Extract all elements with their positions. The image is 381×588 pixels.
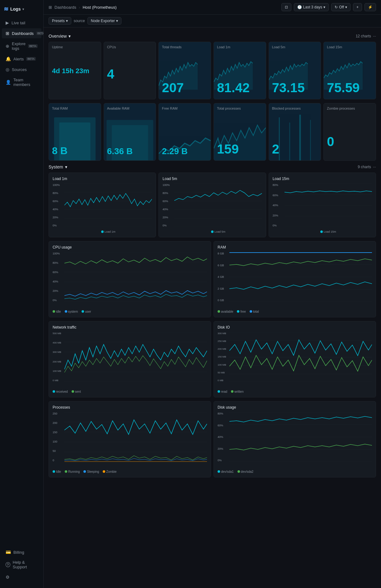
alerts-icon: 🔔 [6, 56, 11, 61]
system-title[interactable]: System ▾ [49, 164, 67, 169]
overview-title-text: Overview [49, 34, 67, 39]
sidebar-label-billing: Billing [13, 550, 24, 555]
load-15m-svg-wrap [285, 183, 372, 227]
disk-usage-area: 80%60%40%20%0% [218, 412, 372, 468]
load-5m-chart-card: Load 5m 100%80%60%40%20%0% [158, 173, 266, 237]
cpu-svg [64, 252, 207, 302]
breadcrumb-current: Host (Prometheus) [82, 5, 116, 10]
chevron-down-icon: ▾ [116, 19, 118, 23]
metric-card-load-5m: Load 5m 73.15 [269, 42, 321, 99]
load-1m-legend-dot [101, 230, 104, 233]
metric-card-total-ram: Total RAM 8 B [49, 103, 101, 161]
cpu-legend: idle system user [53, 310, 207, 313]
total-processes-label: Total processes [217, 107, 263, 110]
app-logo: ≋ Logs ▾ [0, 3, 43, 17]
add-btn[interactable]: + [353, 3, 362, 11]
refresh-btn[interactable]: ↻ Off ▾ [331, 3, 350, 11]
processes-idle-legend: Idle [53, 470, 61, 473]
disk-usage-legend: dev/sda1 dev/sda2 [218, 470, 372, 473]
sidebar-label-dashboards: Dashboards [12, 31, 34, 36]
toolbar: Presets ▾ source Node Exporter ▾ [44, 15, 381, 27]
network-svg [64, 332, 207, 382]
processes-area: 250200150100500 [53, 412, 207, 468]
sidebar-item-help-support[interactable]: ? Help & Support [2, 557, 41, 572]
load-5m-chart-title: Load 5m [162, 177, 262, 181]
main-content: ⊞ Dashboards › Host (Prometheus) ⊡ 🕐 Las… [44, 0, 381, 588]
load-5m-label: Load 5m [272, 45, 318, 49]
more-btn[interactable]: ⚡ [365, 3, 376, 11]
load-1m-chart-card: Load 1m 100%80%60%40%20%0% [49, 173, 156, 237]
load-5m-svg-wrap [174, 183, 262, 227]
sidebar-item-sources[interactable]: ◎ Sources [2, 64, 41, 74]
source-btn[interactable]: Node Exporter ▾ [87, 17, 121, 25]
billing-icon: 💳 [6, 550, 11, 555]
sources-icon: ◎ [6, 67, 9, 72]
disk-io-svg-wrap [229, 332, 372, 382]
sidebar-item-settings[interactable]: ⚙ [2, 572, 41, 582]
chevron-down-icon: ▾ [22, 7, 24, 11]
cpu-user-legend: user [82, 310, 91, 313]
charts-count: 12 charts [356, 34, 371, 38]
sidebar-item-alerts[interactable]: 🔔 Alerts BETA [2, 54, 41, 64]
disk-io-title: Disk IO [218, 325, 372, 330]
load-1m-x-label: Load 1m [64, 230, 152, 233]
time-range-btn[interactable]: 🕐 Last 3 days ▾ [294, 3, 329, 11]
refresh-label: Off [339, 5, 344, 9]
load-5m-value: 73.15 [272, 81, 305, 94]
presets-label: Presets [52, 19, 65, 23]
load-5m-svg [174, 183, 262, 227]
total-ram-value: 8 B [52, 146, 68, 156]
overview-title[interactable]: Overview ▾ [49, 34, 71, 39]
more-icon[interactable]: ··· [373, 165, 376, 169]
total-processes-value: 159 [217, 143, 239, 156]
help-icon: ? [6, 562, 10, 567]
metric-card-blocked-processes: Blocked processes 2 [269, 103, 321, 161]
topbar-icon: ⊞ [49, 5, 52, 10]
load-1m-svg-wrap [64, 183, 152, 227]
network-legend: received sent [53, 390, 207, 393]
presets-btn[interactable]: Presets ▾ [49, 17, 71, 25]
load-15m-chart-card: Load 15m 80%60%40%20%0% [269, 173, 376, 237]
metric-card-load-1m: Load 1m 81.42 [214, 42, 266, 99]
network-sent-legend: sent [72, 390, 81, 393]
sidebar-item-billing[interactable]: 💳 Billing [2, 547, 41, 557]
source-label: source [74, 19, 85, 23]
more-icon[interactable]: ··· [373, 34, 376, 38]
clock-icon: 🕐 [297, 5, 302, 9]
disk-usage-svg [229, 412, 372, 462]
load-1m-label: Load 1m [217, 45, 263, 49]
load-1m-chart-title: Load 1m [53, 177, 152, 181]
processes-y-labels: 250200150100500 [53, 412, 64, 462]
disk-io-y-labels: 300 MB250 MB200 MB150 MB100 MB50 MB0 MB [218, 332, 228, 382]
total-ram-label: Total RAM [52, 107, 98, 110]
ram-total-legend: total [250, 310, 259, 313]
sidebar-item-explore-logs[interactable]: ⊕ Explore logs BETA [2, 39, 41, 53]
free-ram-label: Free RAM [162, 107, 208, 110]
time-range-label: Last 3 days [303, 5, 322, 9]
source-value: Node Exporter [91, 19, 115, 23]
total-threads-value: 207 [162, 81, 184, 94]
breadcrumb-dashboards[interactable]: Dashboards [54, 5, 76, 10]
sidebar-label-help-support: Help & Support [13, 560, 38, 569]
zombie-processes-value: 0 [327, 135, 373, 148]
overview-grid-row1: Uptime 4d 15h 23m CPUs 4 Total threads 2… [49, 42, 376, 99]
metric-card-available-ram: Available RAM 6.36 B [104, 103, 156, 161]
overview-grid-row2: Total RAM 8 B Available RAM 6.36 B Free … [49, 103, 376, 161]
cpu-usage-card: CPU usage 100%80%60%40%20%0% [49, 241, 211, 317]
cpu-y-labels: 100%80%60%40%20%0% [53, 252, 64, 302]
total-threads-label: Total threads [162, 45, 208, 49]
ram-legend: available free total [218, 310, 372, 313]
team-members-icon: 👤 [6, 80, 11, 85]
sidebar-item-dashboards[interactable]: ⊞ Dashboards BETA [2, 28, 41, 38]
available-ram-value: 6.36 B [107, 147, 133, 156]
disk-usage-title: Disk usage [218, 405, 372, 410]
cpus-value: 4 [107, 68, 153, 81]
sidebar-label-alerts: Alerts [13, 57, 24, 61]
disk-io-area: 300 MB250 MB200 MB150 MB100 MB50 MB0 MB [218, 332, 372, 388]
topbar: ⊞ Dashboards › Host (Prometheus) ⊡ 🕐 Las… [44, 0, 381, 15]
sidebar-item-live-tail[interactable]: ▶ Live tail [2, 18, 41, 28]
screen-btn[interactable]: ⊡ [281, 3, 291, 11]
app-name: Logs [10, 7, 21, 12]
processes-card: Processes 250200150100500 [49, 401, 211, 477]
sidebar-item-team-members[interactable]: 👤 Team members [2, 75, 41, 89]
